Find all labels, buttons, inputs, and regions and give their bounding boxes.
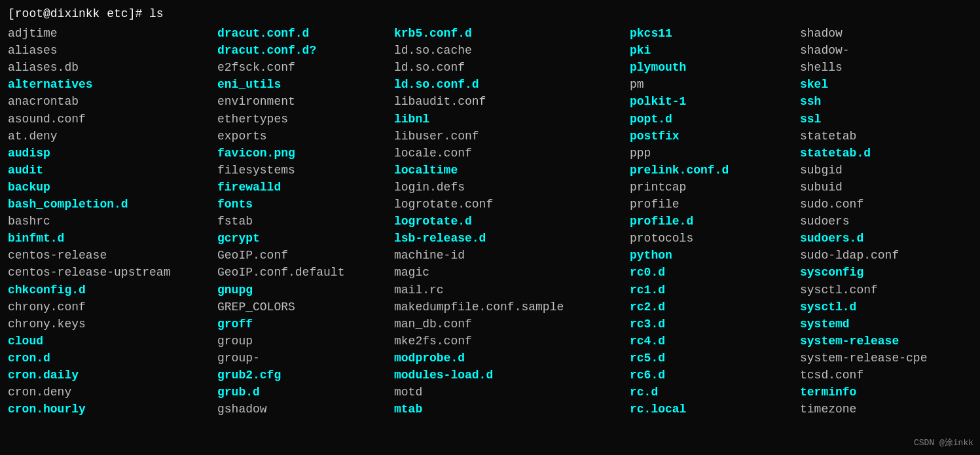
list-item: alternatives (8, 76, 211, 93)
list-item: ld.so.cache (394, 42, 623, 59)
list-item: rc3.d (630, 316, 793, 333)
list-item: sysconfig (800, 264, 937, 281)
list-item: bashrc (8, 213, 211, 230)
list-item: subgid (800, 162, 937, 179)
list-item: tcsd.conf (800, 367, 937, 384)
list-item: python (630, 247, 793, 264)
list-item: prelink.conf.d (630, 162, 793, 179)
list-item: rc.d (630, 384, 793, 401)
list-item: modules-load.d (394, 367, 623, 384)
list-item: printcap (630, 179, 793, 196)
list-item: plymouth (630, 59, 793, 76)
list-item: shells (800, 59, 937, 76)
list-item: chrony.conf (8, 299, 211, 316)
list-item: shadow (800, 25, 937, 42)
list-item: sysctl.conf (800, 282, 937, 299)
list-item: binfmt.d (8, 230, 211, 247)
list-item: libnl (394, 111, 623, 128)
list-item: localtime (394, 162, 623, 179)
list-item: gnupg (217, 282, 388, 299)
list-item: chkconfig.d (8, 282, 211, 299)
list-item: cron.deny (8, 384, 211, 401)
list-item: at.deny (8, 128, 211, 145)
list-item: libuser.conf (394, 128, 623, 145)
list-item: e2fsck.conf (217, 59, 388, 76)
list-item: subuid (800, 179, 937, 196)
list-item: cron.hourly (8, 401, 211, 418)
list-item: sudo.conf (800, 196, 937, 213)
list-item: audisp (8, 145, 211, 162)
prompt-line: [root@dixinkk etc]# ls (8, 5, 972, 22)
list-item: pm (630, 76, 793, 93)
list-item: sudo-ldap.conf (800, 247, 937, 264)
list-item: polkit-1 (630, 93, 793, 110)
list-item: motd (394, 384, 623, 401)
list-item: aliases.db (8, 59, 211, 76)
list-item: rc.local (630, 401, 793, 418)
list-item: system-release (800, 333, 937, 350)
list-item: statetab.d (800, 145, 937, 162)
list-item: rc6.d (630, 367, 793, 384)
list-item: fonts (217, 196, 388, 213)
list-item: ppp (630, 145, 793, 162)
list-item: mail.rc (394, 282, 623, 299)
list-item: ethertypes (217, 111, 388, 128)
list-item: makedumpfile.conf.sample (394, 299, 623, 316)
list-item: popt.d (630, 111, 793, 128)
list-item: ld.so.conf.d (394, 76, 623, 93)
list-item: login.defs (394, 179, 623, 196)
list-item: magic (394, 264, 623, 281)
list-item: centos-release (8, 247, 211, 264)
list-item: timezone (800, 401, 937, 418)
list-item: rc4.d (630, 333, 793, 350)
list-item: krb5.conf.d (394, 25, 623, 42)
list-item: mke2fs.conf (394, 333, 623, 350)
list-item: audit (8, 162, 211, 179)
list-item: rc5.d (630, 350, 793, 367)
list-item: locale.conf (394, 145, 623, 162)
list-item: anacrontab (8, 93, 211, 110)
list-item: filesystems (217, 162, 388, 179)
list-item: aliases (8, 42, 211, 59)
list-item: libaudit.conf (394, 93, 623, 110)
column-5: shadowshadow-shellsskelsshsslstatetabsta… (800, 25, 944, 418)
column-4: pkcs11pkiplymouthpmpolkit-1popt.dpostfix… (630, 25, 800, 418)
list-item: fstab (217, 213, 388, 230)
list-item: GeoIP.conf.default (217, 264, 388, 281)
list-item: postfix (630, 128, 793, 145)
list-item: group- (217, 350, 388, 367)
list-item: statetab (800, 128, 937, 145)
list-item: sudoers.d (800, 230, 937, 247)
list-item: chrony.keys (8, 316, 211, 333)
list-item: environment (217, 93, 388, 110)
list-item: man_db.conf (394, 316, 623, 333)
list-item: pki (630, 42, 793, 59)
list-item: rc1.d (630, 282, 793, 299)
list-item: profile (630, 196, 793, 213)
list-item: grub.d (217, 384, 388, 401)
list-item: modprobe.d (394, 350, 623, 367)
list-item: logrotate.conf (394, 196, 623, 213)
list-item: firewalld (217, 179, 388, 196)
list-item: asound.conf (8, 111, 211, 128)
column-3: krb5.conf.dld.so.cacheld.so.confld.so.co… (394, 25, 630, 418)
list-item: cloud (8, 333, 211, 350)
list-item: grub2.cfg (217, 367, 388, 384)
list-item: logrotate.d (394, 213, 623, 230)
list-item: groff (217, 316, 388, 333)
list-item: sysctl.d (800, 299, 937, 316)
list-item: skel (800, 76, 937, 93)
terminal-content: adjtimealiasesaliases.dbalternativesanac… (8, 25, 972, 418)
list-item: cron.d (8, 350, 211, 367)
list-item: mtab (394, 401, 623, 418)
list-item: sudoers (800, 213, 937, 230)
list-item: machine-id (394, 247, 623, 264)
list-item: adjtime (8, 25, 211, 42)
list-item: centos-release-upstream (8, 264, 211, 281)
list-item: gshadow (217, 401, 388, 418)
list-item: gcrypt (217, 230, 388, 247)
list-item: ld.so.conf (394, 59, 623, 76)
list-item: system-release-cpe (800, 350, 937, 367)
list-item: ssh (800, 93, 937, 110)
list-item: rc0.d (630, 264, 793, 281)
